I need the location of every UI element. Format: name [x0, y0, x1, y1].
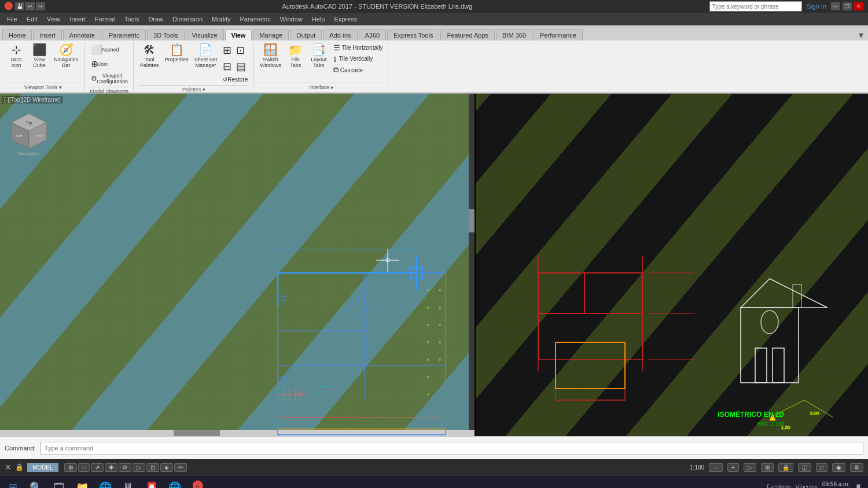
- status-dyn-btn[interactable]: ◈: [160, 463, 173, 472]
- full-nav-btn[interactable]: ◉: [832, 463, 845, 472]
- zoom-in-btn[interactable]: +: [727, 463, 739, 472]
- menu-express[interactable]: Express: [329, 13, 362, 25]
- undo-btn[interactable]: ↩: [25, 2, 35, 10]
- restore-btn[interactable]: ❐: [843, 2, 852, 10]
- workspace-btn[interactable]: ⊞: [761, 463, 774, 472]
- btn-properties[interactable]: 📋 Properties: [163, 43, 190, 64]
- taskbar-start-btn[interactable]: ⊞: [2, 477, 23, 489]
- tab-manage[interactable]: Manage: [253, 29, 289, 40]
- left-scrollbar-v[interactable]: [469, 94, 475, 436]
- btn-icon1[interactable]: ⊞: [221, 43, 233, 58]
- btn-layout-tabs[interactable]: 📑 LayoutTabs: [308, 43, 329, 69]
- btn-cascade[interactable]: ⧉ Cascade: [332, 65, 385, 75]
- sheet-set-icon: 📄: [198, 44, 213, 56]
- status-otrack-btn[interactable]: ▷: [133, 463, 145, 472]
- btn-tile-vertically[interactable]: ⫿ Tile Vertically: [332, 54, 385, 64]
- close-btn[interactable]: ✕: [854, 2, 863, 10]
- model-tab-btn[interactable]: MODEL: [27, 463, 58, 472]
- viewport-area[interactable]: [-][Top][2D Wireframe] Top Left Front Na…: [0, 94, 868, 436]
- status-snap-btn[interactable]: ∷: [78, 463, 90, 472]
- status-x-btn[interactable]: ✕: [5, 463, 12, 472]
- quick-save-btn[interactable]: 💾: [15, 2, 24, 10]
- btn-icon4[interactable]: ▤: [234, 59, 248, 74]
- btn-tile-horizontally[interactable]: ☰ Tile Horizontally: [332, 43, 385, 53]
- btn-viewport-config[interactable]: ⚙ ViewportConfiguration: [89, 72, 130, 86]
- tab-visualize[interactable]: Visualize: [186, 29, 224, 40]
- hardware-btn[interactable]: ◱: [798, 463, 811, 472]
- taskbar-mail-btn[interactable]: 📮: [141, 477, 162, 489]
- menu-format[interactable]: Format: [90, 13, 120, 25]
- btn-navigation-bar[interactable]: 🧭 NavigationBar: [52, 43, 80, 69]
- tab-featuredapps[interactable]: Featured Apps: [440, 29, 495, 40]
- btn-ucs-icon[interactable]: ⊹ UCSIcon: [6, 43, 27, 69]
- join-icon: ⊕: [91, 58, 98, 69]
- zoom-out-btn[interactable]: —: [709, 463, 723, 472]
- menu-tools[interactable]: Tools: [120, 13, 144, 25]
- tab-a360[interactable]: A360: [359, 29, 387, 40]
- scrollbar-thumb-v[interactable]: [469, 209, 475, 232]
- menu-view[interactable]: View: [42, 13, 65, 25]
- taskbar-search-btn[interactable]: 🔍: [25, 477, 46, 489]
- file-tabs-icon: 📁: [288, 44, 303, 56]
- menu-edit[interactable]: Edit: [22, 13, 42, 25]
- status-lock-btn[interactable]: 🔒: [15, 463, 24, 471]
- tab-parametric[interactable]: Parametric: [102, 29, 146, 40]
- scrollbar-thumb-h[interactable]: [174, 430, 220, 436]
- navigation-cube-widget[interactable]: Top Left Front Navigation: [9, 111, 49, 157]
- btn-restore[interactable]: ↺ Restore: [221, 75, 249, 84]
- taskbar-edge-btn[interactable]: 🌐: [95, 477, 116, 489]
- play-btn[interactable]: ▷: [744, 463, 756, 472]
- tab-home[interactable]: Home: [2, 29, 32, 40]
- taskbar-show-desktop-btn[interactable]: ▮: [856, 482, 861, 488]
- status-ducs-btn[interactable]: ⊡: [146, 463, 159, 472]
- menu-dimension[interactable]: Dimension: [168, 13, 207, 25]
- svg-point-26: [439, 324, 441, 326]
- lock-ui-btn[interactable]: 🔒: [778, 463, 793, 472]
- tab-insert[interactable]: Insert: [33, 29, 62, 40]
- tab-addins[interactable]: Add-ins: [323, 29, 357, 40]
- status-polar-btn[interactable]: ✚: [105, 463, 117, 472]
- tab-bim360[interactable]: BIM 360: [496, 29, 532, 40]
- minimize-btn[interactable]: —: [831, 2, 840, 10]
- btn-file-tabs[interactable]: 📁 FileTabs: [285, 43, 306, 69]
- menu-file[interactable]: File: [2, 13, 22, 25]
- taskbar-explorer-btn[interactable]: 📁: [72, 477, 93, 489]
- status-ortho-btn[interactable]: ↗: [91, 463, 104, 472]
- taskbar-chrome-btn[interactable]: 🌐: [164, 477, 185, 489]
- tab-performance[interactable]: Performance: [534, 29, 583, 40]
- btn-join[interactable]: ⊕ Join: [89, 57, 130, 71]
- btn-tool-palettes[interactable]: 🛠 ToolPalettes: [138, 43, 161, 69]
- taskbar-autocad-btn[interactable]: 🅐: [187, 477, 208, 489]
- taskbar-calc-btn[interactable]: 🖩: [118, 477, 139, 489]
- btn-view-cube[interactable]: ⬛ ViewCube: [29, 43, 50, 69]
- menu-help[interactable]: Help: [307, 13, 330, 25]
- tab-3dtools[interactable]: 3D Tools: [147, 29, 185, 40]
- sign-in-btn[interactable]: Sign In: [807, 3, 826, 10]
- ribbon-collapse-btn[interactable]: ▾: [856, 29, 866, 40]
- menu-parametric[interactable]: Parametric: [235, 13, 275, 25]
- btn-icon3[interactable]: ⊟: [221, 59, 233, 74]
- svg-point-27: [439, 341, 441, 343]
- tab-view[interactable]: View: [225, 29, 252, 40]
- tab-annotate[interactable]: Annotate: [63, 29, 101, 40]
- btn-icon2[interactable]: ⊡: [234, 43, 247, 58]
- tab-output[interactable]: Output: [290, 29, 322, 40]
- menu-draw[interactable]: Draw: [144, 13, 168, 25]
- menu-window[interactable]: Window: [275, 13, 307, 25]
- settings-btn[interactable]: ⚙: [850, 463, 863, 472]
- isolate-btn[interactable]: □: [816, 463, 827, 472]
- status-grid-btn[interactable]: ⊞: [64, 463, 77, 472]
- menu-modify[interactable]: Modify: [207, 13, 235, 25]
- command-input[interactable]: [41, 442, 863, 454]
- status-lw-btn[interactable]: ✏: [174, 463, 187, 472]
- tab-expresstools[interactable]: Express Tools: [387, 29, 439, 40]
- tile-v-icon: ⫿: [333, 54, 337, 63]
- redo-btn[interactable]: ↪: [36, 2, 45, 10]
- btn-named[interactable]: ⬜ Named: [89, 43, 130, 56]
- search-input[interactable]: [709, 1, 802, 12]
- taskbar-taskview-btn[interactable]: 🗔: [49, 477, 69, 489]
- menu-insert[interactable]: Insert: [65, 13, 90, 25]
- btn-sheet-set-manager[interactable]: 📄 Sheet SetManager: [193, 43, 219, 69]
- btn-switch-windows[interactable]: 🪟 SwitchWindows: [258, 43, 283, 69]
- status-osnap-btn[interactable]: ⟳: [119, 463, 131, 472]
